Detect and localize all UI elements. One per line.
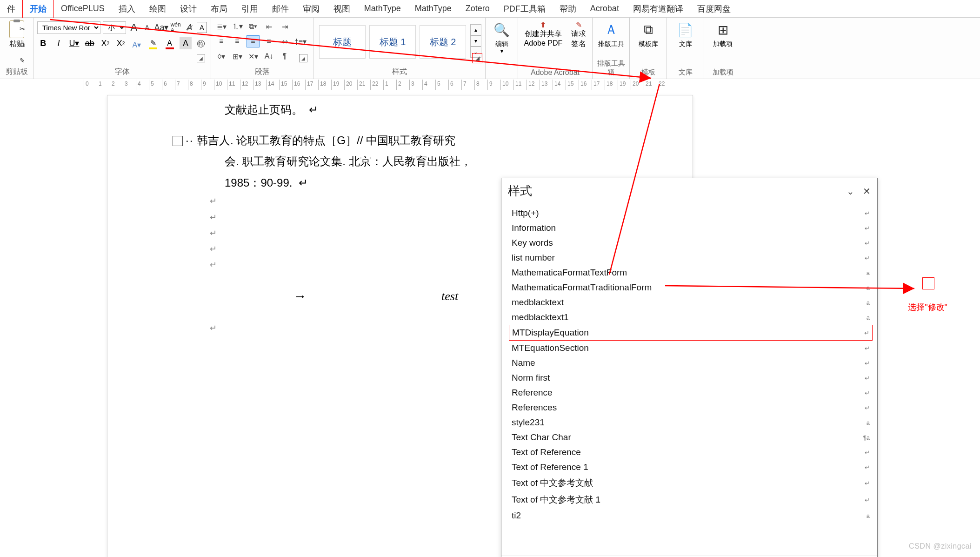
template-label[interactable]: 模板库 [639, 40, 658, 48]
create-share-pdf-button[interactable]: ⬆ 创建并共享 Adobe PDF [524, 20, 563, 67]
tab-help[interactable]: 帮助 [553, 0, 583, 18]
tab-youdao[interactable]: 网易有道翻译 [626, 0, 690, 18]
cut-icon[interactable]: ✂ [17, 22, 27, 35]
style-item-medblacktext1[interactable]: medblacktext1a [509, 310, 873, 325]
format-painter-icon[interactable]: ✎ [17, 54, 27, 67]
style-item-list-number[interactable]: list number↵ [509, 250, 873, 265]
tab-home[interactable]: 开始 [22, 0, 54, 19]
horizontal-ruler[interactable]: /* ruler marks generated visually */ 012… [0, 79, 980, 90]
style-item-information[interactable]: Information↵ [509, 221, 873, 235]
align-justify-button[interactable]: ≡ [262, 35, 275, 47]
font-size-select[interactable]: 小四 [103, 21, 126, 34]
tab-design[interactable]: 设计 [173, 0, 204, 18]
tab-review[interactable]: 审阅 [296, 0, 327, 18]
tab-references[interactable]: 引用 [234, 0, 265, 18]
styles-launcher[interactable]: ◢ [472, 53, 482, 63]
tab-acrobat[interactable]: Acrobat [583, 0, 626, 17]
tab-mathtype-1[interactable]: MathType [357, 0, 408, 17]
font-color-button[interactable]: A [163, 37, 176, 49]
increase-indent-button[interactable]: ⇥ [278, 20, 291, 33]
shading-button[interactable]: ◊▾ [215, 50, 228, 62]
paiban-icon[interactable]: Ａ [602, 20, 620, 39]
style-item-text-char-char[interactable]: Text Char Char¶a [509, 430, 873, 445]
styles-list[interactable]: Http(+)↵Information↵Key words↵list numbe… [501, 204, 877, 556]
style-item-text-of-中文参考文献-1[interactable]: Text of 中文参考文献 1↵ [509, 491, 873, 508]
superscript-button[interactable]: X2 [115, 37, 127, 49]
line-spacing-button[interactable]: ‡≡▾ [294, 35, 307, 47]
tab-mail[interactable]: 邮件 [265, 0, 296, 18]
copy-icon[interactable]: ⧉ [17, 38, 27, 51]
tab-pdftool[interactable]: PDF工具箱 [497, 0, 553, 18]
highlight-button[interactable]: ✎ [147, 37, 160, 49]
edit-dropdown-icon[interactable]: ▾ [500, 48, 503, 54]
phonetic-guide-icon[interactable]: wénA [170, 21, 181, 34]
font-launcher[interactable]: ◢ [197, 54, 205, 62]
align-right-button[interactable]: ≡ [247, 35, 260, 47]
multilevel-button[interactable]: ⧉▾ [247, 20, 260, 33]
pane-dropdown-icon[interactable]: ⌄ [847, 186, 854, 197]
style-item-medblacktext[interactable]: medblacktexta [509, 295, 873, 310]
template-icon[interactable]: ⧉ [639, 20, 658, 39]
subscript-button[interactable]: X2 [100, 37, 111, 49]
align-center-button[interactable]: ≡ [231, 35, 244, 47]
style-item-text-of-中文参考文献[interactable]: Text of 中文参考文献↵ [509, 475, 873, 491]
shrink-font-icon[interactable]: A [141, 21, 152, 34]
tab-layout[interactable]: 布局 [204, 0, 234, 18]
italic-button[interactable]: I [53, 37, 64, 49]
tab-mathtype-2[interactable]: MathType [408, 0, 459, 17]
char-border-icon[interactable]: A [197, 22, 207, 33]
style-item-mtequationsection[interactable]: MTEquationSection↵ [509, 341, 873, 356]
underline-button[interactable]: U▾ [68, 37, 80, 49]
show-marks-button[interactable]: ¶ [278, 50, 291, 62]
snap-button[interactable]: ✕▾ [247, 50, 260, 62]
bold-button[interactable]: B [37, 37, 49, 49]
tab-officeplus[interactable]: OfficePLUS [54, 0, 112, 17]
enclose-char-icon[interactable]: ㊕ [195, 37, 207, 49]
style-item-norm-first[interactable]: Norm first↵ [509, 370, 873, 385]
gallery-up-icon[interactable]: ▴ [470, 24, 481, 35]
pane-close-icon[interactable]: ✕ [863, 186, 871, 197]
tab-draw[interactable]: 绘图 [142, 0, 173, 18]
wenku-icon[interactable]: 📄 [676, 20, 695, 39]
addin-label[interactable]: 加载项 [713, 40, 733, 48]
find-icon[interactable]: 🔍 [493, 20, 511, 39]
sort-button[interactable]: A↓ [262, 50, 275, 62]
request-sign-button[interactable]: ✎ 请求 签名 [571, 20, 586, 67]
grow-font-icon[interactable]: A [128, 21, 139, 34]
paragraph-launcher[interactable]: ◢ [299, 54, 307, 62]
distribute-button[interactable]: ⇔ [278, 35, 291, 47]
style-item-mathematicaformattraditionalform[interactable]: MathematicaFormatTraditionalForma [509, 280, 873, 295]
style-card-heading[interactable]: 标题 [319, 25, 366, 59]
tab-file[interactable]: 件 [0, 0, 22, 18]
char-shading-icon[interactable]: A [180, 37, 191, 49]
style-item-ti2[interactable]: ti2a [509, 508, 873, 523]
tab-zotero[interactable]: Zotero [459, 0, 497, 17]
wenku-label[interactable]: 文库 [679, 40, 692, 48]
font-family-select[interactable]: Times New Roman [37, 21, 100, 34]
edit-label[interactable]: 编辑 [495, 40, 508, 48]
style-item-mtdisplayequation[interactable]: MTDisplayEquation↵ [509, 325, 873, 341]
style-item-references[interactable]: References↵ [509, 400, 873, 415]
style-item-text-of-reference-1[interactable]: Text of Reference 1↵ [509, 460, 873, 475]
style-card-heading2[interactable]: 标题 2 [420, 25, 466, 59]
numbering-button[interactable]: ⒈▾ [231, 20, 244, 33]
change-case-icon[interactable]: Aa▾ [155, 21, 168, 34]
style-item-text-of-reference[interactable]: Text of Reference↵ [509, 445, 873, 460]
tab-insert[interactable]: 插入 [112, 0, 142, 18]
addin-icon[interactable]: ⊞ [713, 20, 732, 39]
tab-view[interactable]: 视图 [327, 0, 357, 18]
strike-button[interactable]: ab [84, 37, 95, 49]
tab-baidu[interactable]: 百度网盘 [690, 0, 738, 18]
style-card-heading1[interactable]: 标题 1 [369, 25, 416, 59]
borders-button[interactable]: ⊞▾ [231, 50, 244, 62]
paiban-label[interactable]: 排版工具 [598, 40, 624, 48]
text-effects-button[interactable]: A▾ [130, 37, 143, 49]
style-item-mathematicaformattextform[interactable]: MathematicaFormatTextForma [509, 265, 873, 280]
style-item-style231[interactable]: style231a [509, 415, 873, 430]
align-left-button[interactable]: ≡ [215, 35, 228, 47]
style-item-name[interactable]: Name↵ [509, 356, 873, 370]
style-item-key-words[interactable]: Key words↵ [509, 235, 873, 250]
style-item-reference[interactable]: Reference↵ [509, 385, 873, 400]
style-item-http(+)[interactable]: Http(+)↵ [509, 206, 873, 221]
bullets-button[interactable]: ≣▾ [215, 20, 228, 33]
